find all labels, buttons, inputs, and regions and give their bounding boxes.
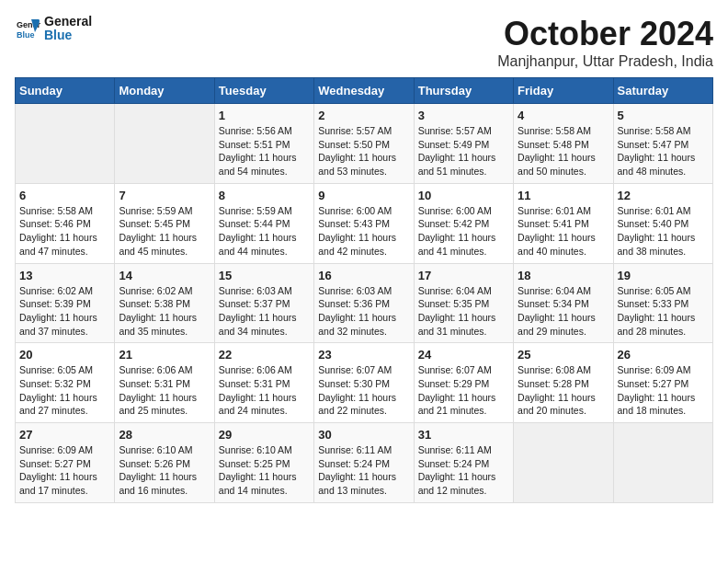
calendar-cell: 21Sunrise: 6:06 AM Sunset: 5:31 PM Dayli… [115,343,214,423]
column-header-monday: Monday [115,78,214,104]
calendar-cell: 7Sunrise: 5:59 AM Sunset: 5:45 PM Daylig… [115,183,214,263]
cell-content: Sunrise: 6:02 AM Sunset: 5:39 PM Dayligh… [19,284,110,339]
logo-line1: General [44,14,92,29]
day-number: 17 [418,269,509,282]
calendar-cell: 22Sunrise: 6:06 AM Sunset: 5:31 PM Dayli… [214,343,313,423]
calendar-cell: 10Sunrise: 6:00 AM Sunset: 5:42 PM Dayli… [414,183,513,263]
day-number: 23 [318,348,409,362]
cell-content: Sunrise: 6:00 AM Sunset: 5:42 PM Dayligh… [418,204,509,259]
cell-content: Sunrise: 6:05 AM Sunset: 5:33 PM Dayligh… [618,284,709,339]
column-header-saturday: Saturday [613,78,712,104]
cell-content: Sunrise: 6:11 AM Sunset: 5:24 PM Dayligh… [418,443,509,498]
cell-content: Sunrise: 5:57 AM Sunset: 5:50 PM Dayligh… [318,124,409,178]
cell-content: Sunrise: 6:07 AM Sunset: 5:30 PM Dayligh… [318,363,409,418]
day-number: 10 [418,189,509,202]
calendar-cell: 30Sunrise: 6:11 AM Sunset: 5:24 PM Dayli… [314,423,414,503]
cell-content: Sunrise: 6:05 AM Sunset: 5:32 PM Dayligh… [19,363,110,418]
calendar-cell: 2Sunrise: 5:57 AM Sunset: 5:50 PM Daylig… [314,104,414,184]
cell-content: Sunrise: 5:59 AM Sunset: 5:44 PM Dayligh… [219,204,310,259]
day-number: 6 [19,189,110,202]
cell-content: Sunrise: 6:06 AM Sunset: 5:31 PM Dayligh… [219,363,310,418]
calendar-cell: 29Sunrise: 6:10 AM Sunset: 5:25 PM Dayli… [214,423,313,503]
page-header: General Blue General Blue October 2024 M… [15,15,713,70]
column-header-sunday: Sunday [16,78,115,104]
day-number: 18 [518,269,609,282]
calendar-cell: 26Sunrise: 6:09 AM Sunset: 5:27 PM Dayli… [613,343,712,423]
logo-icon: General Blue [15,16,40,41]
calendar-cell: 18Sunrise: 6:04 AM Sunset: 5:34 PM Dayli… [514,263,613,343]
cell-content: Sunrise: 5:58 AM Sunset: 5:47 PM Dayligh… [618,124,709,178]
day-number: 14 [119,269,210,282]
day-number: 4 [518,109,609,122]
day-number: 30 [318,428,409,442]
calendar-cell: 14Sunrise: 6:02 AM Sunset: 5:38 PM Dayli… [115,263,214,343]
day-number: 8 [219,189,310,202]
calendar-cell: 17Sunrise: 6:04 AM Sunset: 5:35 PM Dayli… [414,263,513,343]
calendar-cell: 12Sunrise: 6:01 AM Sunset: 5:40 PM Dayli… [613,183,712,263]
day-number: 16 [318,269,409,282]
cell-content: Sunrise: 6:01 AM Sunset: 5:40 PM Dayligh… [618,204,709,259]
cell-content: Sunrise: 6:09 AM Sunset: 5:27 PM Dayligh… [19,443,110,498]
calendar-cell: 19Sunrise: 6:05 AM Sunset: 5:33 PM Dayli… [613,263,712,343]
calendar-cell [16,104,115,184]
column-header-tuesday: Tuesday [214,78,313,104]
calendar-table: SundayMondayTuesdayWednesdayThursdayFrid… [15,77,713,503]
logo-line2: Blue [44,28,72,42]
calendar-cell: 15Sunrise: 6:03 AM Sunset: 5:37 PM Dayli… [214,263,313,343]
cell-content: Sunrise: 5:59 AM Sunset: 5:45 PM Dayligh… [119,204,210,259]
cell-content: Sunrise: 6:00 AM Sunset: 5:43 PM Dayligh… [318,204,409,259]
cell-content: Sunrise: 6:08 AM Sunset: 5:28 PM Dayligh… [518,363,609,418]
cell-content: Sunrise: 5:57 AM Sunset: 5:49 PM Dayligh… [418,124,509,178]
calendar-cell: 9Sunrise: 6:00 AM Sunset: 5:43 PM Daylig… [314,183,414,263]
day-number: 7 [119,189,210,202]
logo: General Blue General Blue [15,15,92,43]
calendar-cell: 20Sunrise: 6:05 AM Sunset: 5:32 PM Dayli… [16,343,115,423]
column-header-thursday: Thursday [414,78,513,104]
cell-content: Sunrise: 5:56 AM Sunset: 5:51 PM Dayligh… [219,124,310,178]
cell-content: Sunrise: 6:07 AM Sunset: 5:29 PM Dayligh… [418,363,509,418]
calendar-cell: 23Sunrise: 6:07 AM Sunset: 5:30 PM Dayli… [314,343,414,423]
calendar-cell: 11Sunrise: 6:01 AM Sunset: 5:41 PM Dayli… [514,183,613,263]
svg-text:Blue: Blue [17,30,35,40]
calendar-cell: 27Sunrise: 6:09 AM Sunset: 5:27 PM Dayli… [16,423,115,503]
column-header-friday: Friday [514,78,613,104]
cell-content: Sunrise: 6:11 AM Sunset: 5:24 PM Dayligh… [318,443,409,498]
calendar-cell: 16Sunrise: 6:03 AM Sunset: 5:36 PM Dayli… [314,263,414,343]
day-number: 5 [618,109,709,122]
cell-content: Sunrise: 6:10 AM Sunset: 5:25 PM Dayligh… [219,443,310,498]
day-number: 12 [618,189,709,202]
day-number: 15 [219,269,310,282]
calendar-cell: 5Sunrise: 5:58 AM Sunset: 5:47 PM Daylig… [613,104,712,184]
calendar-cell: 4Sunrise: 5:58 AM Sunset: 5:48 PM Daylig… [514,104,613,184]
day-number: 28 [119,428,210,442]
day-number: 20 [19,348,110,362]
calendar-cell [514,423,613,503]
title-block: October 2024 Manjhanpur, Uttar Pradesh, … [497,15,713,70]
day-number: 11 [518,189,609,202]
cell-content: Sunrise: 6:03 AM Sunset: 5:37 PM Dayligh… [219,284,310,339]
day-number: 9 [318,189,409,202]
cell-content: Sunrise: 6:04 AM Sunset: 5:34 PM Dayligh… [518,284,609,339]
day-number: 19 [618,269,709,282]
cell-content: Sunrise: 6:03 AM Sunset: 5:36 PM Dayligh… [318,284,409,339]
calendar-cell: 13Sunrise: 6:02 AM Sunset: 5:39 PM Dayli… [16,263,115,343]
cell-content: Sunrise: 5:58 AM Sunset: 5:46 PM Dayligh… [19,204,110,259]
calendar-cell: 28Sunrise: 6:10 AM Sunset: 5:26 PM Dayli… [115,423,214,503]
calendar-cell [115,104,214,184]
day-number: 25 [518,348,609,362]
day-number: 26 [618,348,709,362]
day-number: 29 [219,428,310,442]
day-number: 22 [219,348,310,362]
main-title: October 2024 [497,15,713,53]
day-number: 31 [418,428,509,442]
calendar-cell: 24Sunrise: 6:07 AM Sunset: 5:29 PM Dayli… [414,343,513,423]
calendar-cell: 6Sunrise: 5:58 AM Sunset: 5:46 PM Daylig… [16,183,115,263]
day-number: 27 [19,428,110,442]
column-header-wednesday: Wednesday [314,78,414,104]
day-number: 21 [119,348,210,362]
cell-content: Sunrise: 6:04 AM Sunset: 5:35 PM Dayligh… [418,284,509,339]
cell-content: Sunrise: 6:01 AM Sunset: 5:41 PM Dayligh… [518,204,609,259]
calendar-cell: 8Sunrise: 5:59 AM Sunset: 5:44 PM Daylig… [214,183,313,263]
cell-content: Sunrise: 6:09 AM Sunset: 5:27 PM Dayligh… [618,363,709,418]
day-number: 13 [19,269,110,282]
